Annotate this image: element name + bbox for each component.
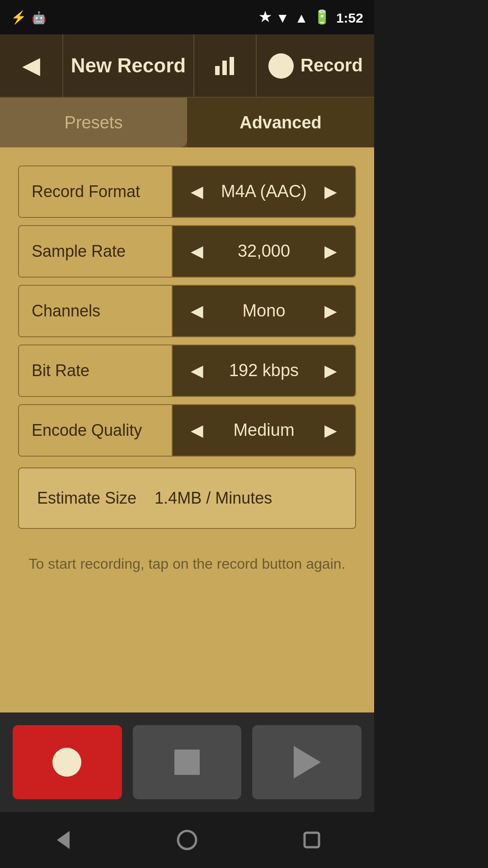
tab-advanced[interactable]: Advanced	[187, 98, 374, 147]
sample-rate-prev[interactable]: ◀	[185, 238, 209, 265]
stats-icon	[212, 53, 238, 78]
full-page: ⚡ 🤖 ★ ▼ ▲ 🔋 1:52 ◀ New Record Record	[0, 0, 374, 868]
battery-icon: 🔋	[314, 9, 331, 25]
record-format-label: Record Format	[19, 166, 173, 217]
sys-back-button[interactable]	[35, 822, 89, 858]
record-format-next[interactable]: ▶	[319, 178, 343, 205]
back-icon: ◀	[22, 52, 40, 80]
signal-icon: ▲	[295, 9, 308, 25]
encode-quality-prev[interactable]: ◀	[185, 417, 209, 444]
svg-point-4	[178, 831, 196, 849]
tab-bar: Presets Advanced	[0, 98, 374, 147]
record-dot-icon	[53, 748, 82, 777]
encode-quality-control: ◀ Medium ▶	[173, 405, 355, 456]
bit-rate-next[interactable]: ▶	[319, 357, 343, 384]
page-title: New Record	[63, 54, 193, 77]
bit-rate-row: Bit Rate ◀ 192 kbps ▶	[18, 344, 356, 397]
channels-row: Channels ◀ Mono ▶	[18, 285, 356, 337]
lightning-icon: ⚡	[11, 10, 26, 24]
bit-rate-value: 192 kbps	[209, 361, 319, 381]
encode-quality-row: Encode Quality ◀ Medium ▶	[18, 404, 356, 457]
clock: 1:52	[336, 9, 363, 25]
content-area: Record Format ◀ M4A (AAC) ▶ Sample Rate …	[0, 147, 374, 712]
stop-square-icon	[174, 750, 200, 775]
estimate-size-value: 1.4MB / Minutes	[155, 489, 272, 508]
channels-value: Mono	[209, 301, 319, 321]
record-format-value: M4A (AAC)	[209, 182, 319, 202]
svg-rect-5	[305, 833, 319, 847]
sys-recent-button[interactable]	[285, 822, 339, 858]
channels-control: ◀ Mono ▶	[173, 286, 355, 336]
status-bar: ⚡ 🤖 ★ ▼ ▲ 🔋 1:52	[0, 0, 374, 34]
stop-transport-button[interactable]	[132, 725, 241, 799]
channels-prev[interactable]: ◀	[185, 297, 209, 325]
status-right: ★ ▼ ▲ 🔋 1:52	[259, 9, 364, 25]
bit-rate-label: Bit Rate	[19, 345, 173, 396]
stats-button[interactable]	[193, 34, 257, 97]
sample-rate-control: ◀ 32,000 ▶	[173, 226, 355, 277]
record-format-row: Record Format ◀ M4A (AAC) ▶	[18, 165, 356, 218]
encode-quality-label: Encode Quality	[19, 405, 173, 456]
svg-rect-0	[215, 66, 220, 75]
estimate-size-row: Estimate Size 1.4MB / Minutes	[18, 467, 356, 529]
tab-presets[interactable]: Presets	[0, 98, 187, 147]
channels-next[interactable]: ▶	[319, 297, 343, 325]
android-icon: 🤖	[32, 10, 46, 24]
sys-recent-icon	[299, 827, 324, 853]
record-nav-button[interactable]: Record	[257, 34, 374, 97]
sample-rate-label: Sample Rate	[19, 226, 173, 277]
record-transport-button[interactable]	[13, 725, 122, 799]
svg-marker-3	[57, 831, 70, 849]
sys-back-icon	[50, 827, 75, 853]
sys-home-icon	[174, 827, 200, 853]
record-format-prev[interactable]: ◀	[185, 178, 209, 205]
record-nav-label: Record	[300, 55, 363, 76]
status-left: ⚡ 🤖	[11, 10, 46, 24]
record-format-control: ◀ M4A (AAC) ▶	[173, 166, 355, 217]
record-circle-icon	[268, 53, 293, 78]
bit-rate-prev[interactable]: ◀	[185, 357, 209, 384]
svg-rect-1	[222, 60, 227, 75]
bluetooth-icon: ★	[259, 9, 271, 25]
sample-rate-row: Sample Rate ◀ 32,000 ▶	[18, 225, 356, 278]
encode-quality-next[interactable]: ▶	[319, 417, 343, 444]
main-content: Record Format ◀ M4A (AAC) ▶ Sample Rate …	[0, 147, 374, 712]
sample-rate-value: 32,000	[209, 241, 319, 261]
encode-quality-value: Medium	[209, 420, 319, 440]
play-transport-button[interactable]	[253, 725, 361, 799]
channels-label: Channels	[19, 286, 173, 336]
estimate-size-label: Estimate Size	[37, 489, 136, 508]
svg-rect-2	[230, 57, 234, 75]
play-triangle-icon	[293, 746, 320, 778]
sys-home-button[interactable]	[160, 822, 214, 858]
nav-bar: ◀ New Record Record	[0, 34, 374, 98]
wifi-icon: ▼	[276, 9, 290, 25]
sample-rate-next[interactable]: ▶	[319, 238, 343, 265]
info-text: To start recording, tap on the record bu…	[18, 554, 356, 575]
back-button[interactable]: ◀	[0, 34, 63, 97]
bit-rate-control: ◀ 192 kbps ▶	[173, 345, 355, 396]
sys-nav-bar	[0, 812, 374, 868]
transport-bar	[0, 712, 374, 812]
